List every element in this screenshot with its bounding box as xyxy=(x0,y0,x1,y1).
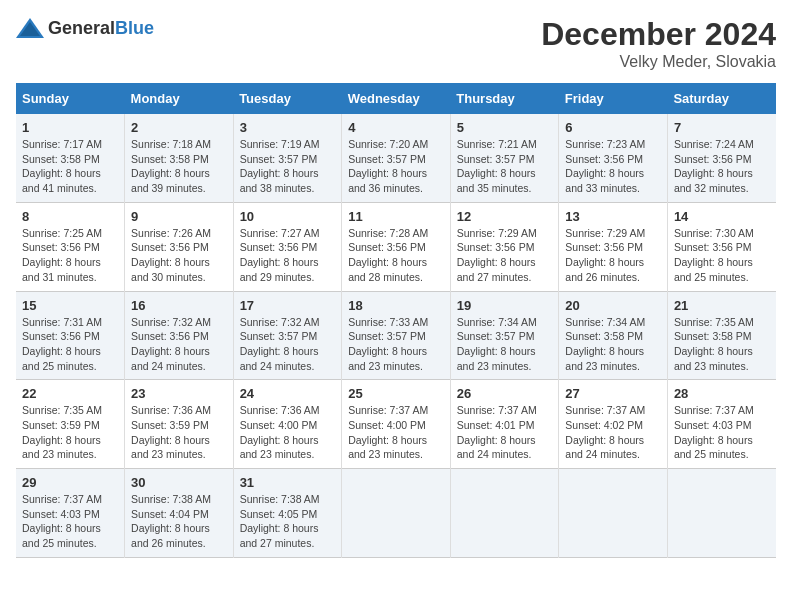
calendar-cell: 29 Sunrise: 7:37 AM Sunset: 4:03 PM Dayl… xyxy=(16,469,125,558)
calendar-cell: 10 Sunrise: 7:27 AM Sunset: 3:56 PM Dayl… xyxy=(233,202,342,291)
day-info: Sunrise: 7:37 AM Sunset: 4:00 PM Dayligh… xyxy=(348,403,444,462)
calendar-cell: 26 Sunrise: 7:37 AM Sunset: 4:01 PM Dayl… xyxy=(450,380,559,469)
day-info: Sunrise: 7:35 AM Sunset: 3:59 PM Dayligh… xyxy=(22,403,118,462)
calendar-cell: 27 Sunrise: 7:37 AM Sunset: 4:02 PM Dayl… xyxy=(559,380,668,469)
calendar-cell: 8 Sunrise: 7:25 AM Sunset: 3:56 PM Dayli… xyxy=(16,202,125,291)
day-number: 4 xyxy=(348,120,444,135)
day-number: 8 xyxy=(22,209,118,224)
day-number: 31 xyxy=(240,475,336,490)
calendar-cell: 21 Sunrise: 7:35 AM Sunset: 3:58 PM Dayl… xyxy=(667,291,776,380)
day-info: Sunrise: 7:37 AM Sunset: 4:02 PM Dayligh… xyxy=(565,403,661,462)
col-sunday: Sunday xyxy=(16,83,125,114)
day-info: Sunrise: 7:33 AM Sunset: 3:57 PM Dayligh… xyxy=(348,315,444,374)
day-number: 6 xyxy=(565,120,661,135)
calendar-cell xyxy=(667,469,776,558)
day-number: 3 xyxy=(240,120,336,135)
calendar-cell: 1 Sunrise: 7:17 AM Sunset: 3:58 PM Dayli… xyxy=(16,114,125,202)
month-title: December 2024 xyxy=(541,16,776,53)
day-info: Sunrise: 7:28 AM Sunset: 3:56 PM Dayligh… xyxy=(348,226,444,285)
day-number: 21 xyxy=(674,298,770,313)
col-tuesday: Tuesday xyxy=(233,83,342,114)
title-area: December 2024 Velky Meder, Slovakia xyxy=(541,16,776,71)
logo-blue: Blue xyxy=(115,18,154,38)
day-info: Sunrise: 7:37 AM Sunset: 4:03 PM Dayligh… xyxy=(674,403,770,462)
calendar-cell: 13 Sunrise: 7:29 AM Sunset: 3:56 PM Dayl… xyxy=(559,202,668,291)
calendar-cell: 18 Sunrise: 7:33 AM Sunset: 3:57 PM Dayl… xyxy=(342,291,451,380)
day-number: 20 xyxy=(565,298,661,313)
day-info: Sunrise: 7:17 AM Sunset: 3:58 PM Dayligh… xyxy=(22,137,118,196)
day-info: Sunrise: 7:29 AM Sunset: 3:56 PM Dayligh… xyxy=(565,226,661,285)
day-info: Sunrise: 7:36 AM Sunset: 4:00 PM Dayligh… xyxy=(240,403,336,462)
calendar-cell: 7 Sunrise: 7:24 AM Sunset: 3:56 PM Dayli… xyxy=(667,114,776,202)
calendar-cell: 5 Sunrise: 7:21 AM Sunset: 3:57 PM Dayli… xyxy=(450,114,559,202)
calendar-cell: 3 Sunrise: 7:19 AM Sunset: 3:57 PM Dayli… xyxy=(233,114,342,202)
logo-icon xyxy=(16,16,44,40)
day-info: Sunrise: 7:38 AM Sunset: 4:05 PM Dayligh… xyxy=(240,492,336,551)
day-number: 9 xyxy=(131,209,227,224)
day-number: 24 xyxy=(240,386,336,401)
day-info: Sunrise: 7:37 AM Sunset: 4:01 PM Dayligh… xyxy=(457,403,553,462)
calendar-cell: 24 Sunrise: 7:36 AM Sunset: 4:00 PM Dayl… xyxy=(233,380,342,469)
calendar-body: 1 Sunrise: 7:17 AM Sunset: 3:58 PM Dayli… xyxy=(16,114,776,557)
day-number: 28 xyxy=(674,386,770,401)
calendar-cell: 25 Sunrise: 7:37 AM Sunset: 4:00 PM Dayl… xyxy=(342,380,451,469)
calendar-row: 15 Sunrise: 7:31 AM Sunset: 3:56 PM Dayl… xyxy=(16,291,776,380)
day-info: Sunrise: 7:20 AM Sunset: 3:57 PM Dayligh… xyxy=(348,137,444,196)
day-number: 14 xyxy=(674,209,770,224)
calendar-cell: 6 Sunrise: 7:23 AM Sunset: 3:56 PM Dayli… xyxy=(559,114,668,202)
day-info: Sunrise: 7:32 AM Sunset: 3:56 PM Dayligh… xyxy=(131,315,227,374)
calendar-cell: 30 Sunrise: 7:38 AM Sunset: 4:04 PM Dayl… xyxy=(125,469,234,558)
page-header: GeneralBlue December 2024 Velky Meder, S… xyxy=(16,16,776,71)
day-number: 30 xyxy=(131,475,227,490)
location-title: Velky Meder, Slovakia xyxy=(541,53,776,71)
day-number: 18 xyxy=(348,298,444,313)
day-number: 23 xyxy=(131,386,227,401)
day-info: Sunrise: 7:38 AM Sunset: 4:04 PM Dayligh… xyxy=(131,492,227,551)
col-monday: Monday xyxy=(125,83,234,114)
calendar-row: 8 Sunrise: 7:25 AM Sunset: 3:56 PM Dayli… xyxy=(16,202,776,291)
day-info: Sunrise: 7:18 AM Sunset: 3:58 PM Dayligh… xyxy=(131,137,227,196)
calendar-cell: 16 Sunrise: 7:32 AM Sunset: 3:56 PM Dayl… xyxy=(125,291,234,380)
day-number: 16 xyxy=(131,298,227,313)
day-number: 17 xyxy=(240,298,336,313)
calendar-cell: 28 Sunrise: 7:37 AM Sunset: 4:03 PM Dayl… xyxy=(667,380,776,469)
day-number: 12 xyxy=(457,209,553,224)
day-info: Sunrise: 7:35 AM Sunset: 3:58 PM Dayligh… xyxy=(674,315,770,374)
day-info: Sunrise: 7:21 AM Sunset: 3:57 PM Dayligh… xyxy=(457,137,553,196)
day-number: 27 xyxy=(565,386,661,401)
calendar-cell: 31 Sunrise: 7:38 AM Sunset: 4:05 PM Dayl… xyxy=(233,469,342,558)
col-thursday: Thursday xyxy=(450,83,559,114)
day-info: Sunrise: 7:26 AM Sunset: 3:56 PM Dayligh… xyxy=(131,226,227,285)
day-info: Sunrise: 7:24 AM Sunset: 3:56 PM Dayligh… xyxy=(674,137,770,196)
day-number: 7 xyxy=(674,120,770,135)
day-info: Sunrise: 7:19 AM Sunset: 3:57 PM Dayligh… xyxy=(240,137,336,196)
day-info: Sunrise: 7:27 AM Sunset: 3:56 PM Dayligh… xyxy=(240,226,336,285)
day-info: Sunrise: 7:23 AM Sunset: 3:56 PM Dayligh… xyxy=(565,137,661,196)
day-number: 29 xyxy=(22,475,118,490)
day-number: 10 xyxy=(240,209,336,224)
calendar-cell: 11 Sunrise: 7:28 AM Sunset: 3:56 PM Dayl… xyxy=(342,202,451,291)
day-number: 1 xyxy=(22,120,118,135)
day-number: 11 xyxy=(348,209,444,224)
day-info: Sunrise: 7:30 AM Sunset: 3:56 PM Dayligh… xyxy=(674,226,770,285)
day-info: Sunrise: 7:29 AM Sunset: 3:56 PM Dayligh… xyxy=(457,226,553,285)
calendar-cell xyxy=(342,469,451,558)
calendar-cell: 19 Sunrise: 7:34 AM Sunset: 3:57 PM Dayl… xyxy=(450,291,559,380)
calendar-row: 22 Sunrise: 7:35 AM Sunset: 3:59 PM Dayl… xyxy=(16,380,776,469)
calendar-cell xyxy=(559,469,668,558)
calendar-cell: 22 Sunrise: 7:35 AM Sunset: 3:59 PM Dayl… xyxy=(16,380,125,469)
day-number: 13 xyxy=(565,209,661,224)
calendar-cell: 2 Sunrise: 7:18 AM Sunset: 3:58 PM Dayli… xyxy=(125,114,234,202)
calendar-cell: 15 Sunrise: 7:31 AM Sunset: 3:56 PM Dayl… xyxy=(16,291,125,380)
day-info: Sunrise: 7:37 AM Sunset: 4:03 PM Dayligh… xyxy=(22,492,118,551)
calendar-table: Sunday Monday Tuesday Wednesday Thursday… xyxy=(16,83,776,558)
day-info: Sunrise: 7:34 AM Sunset: 3:58 PM Dayligh… xyxy=(565,315,661,374)
calendar-cell: 12 Sunrise: 7:29 AM Sunset: 3:56 PM Dayl… xyxy=(450,202,559,291)
calendar-cell: 4 Sunrise: 7:20 AM Sunset: 3:57 PM Dayli… xyxy=(342,114,451,202)
logo-general: General xyxy=(48,18,115,38)
calendar-cell xyxy=(450,469,559,558)
day-number: 15 xyxy=(22,298,118,313)
calendar-cell: 17 Sunrise: 7:32 AM Sunset: 3:57 PM Dayl… xyxy=(233,291,342,380)
logo: GeneralBlue xyxy=(16,16,154,40)
header-row: Sunday Monday Tuesday Wednesday Thursday… xyxy=(16,83,776,114)
